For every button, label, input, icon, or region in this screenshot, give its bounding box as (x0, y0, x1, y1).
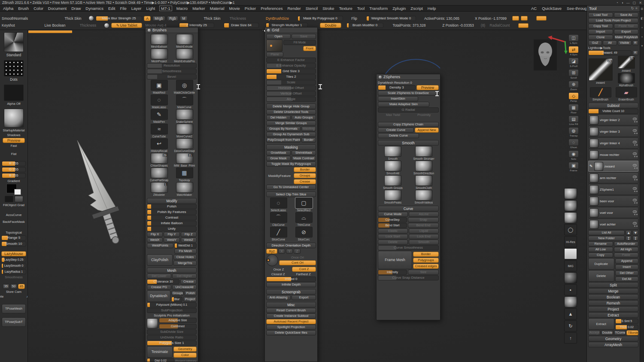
panel-menu-icon[interactable] (379, 76, 382, 79)
open-button[interactable]: Open (266, 34, 291, 39)
edge-icon-2[interactable]: ◧ (641, 17, 644, 20)
frame-mesh-button[interactable]: Frame Mesh (378, 251, 412, 269)
current-alpha-thumb[interactable] (4, 85, 24, 101)
session-timer-icon[interactable]: ◔ (616, 1, 618, 5)
brushes-panel-titlebar[interactable]: Brushes (146, 27, 198, 33)
r-255-slider[interactable]: R 255 (2, 161, 26, 166)
subtool-thumbnail[interactable] (589, 173, 598, 183)
curve-smoothness-slider[interactable]: Curve Smoothness (378, 245, 439, 250)
grid-size-3-slider[interactable]: Grid Size 3 (266, 69, 316, 74)
quickpick-sphere-5[interactable] (564, 296, 577, 307)
weldy-button[interactable]: WeldY (164, 237, 179, 243)
maskrect-thumb[interactable]: ▣ (151, 80, 168, 91)
shdr-arraymesh[interactable]: ArrayMesh (588, 342, 638, 347)
color-button[interactable]: Color (173, 353, 197, 358)
weldx-button[interactable]: WeldX (147, 237, 163, 243)
del-higher-button[interactable]: Del Higher (172, 274, 197, 279)
current-brush-thumb[interactable] (4, 32, 24, 52)
list-all-button[interactable]: List All (588, 230, 625, 235)
maskcirclecente-thumb[interactable]: ◎ (176, 80, 193, 91)
curve-mode-button[interactable]: Curve Mode (378, 212, 408, 217)
bevel-slider[interactable]: Bevel (147, 74, 197, 79)
new-folder-button[interactable]: New Folder (588, 236, 625, 241)
tcorne-button[interactable]: TCorne (614, 330, 626, 335)
smooth-button[interactable]: Smooth (409, 240, 439, 245)
combined-slider[interactable]: Combined (159, 324, 197, 329)
brush-modifier-0-slider[interactable]: Brush Modifier 0 (346, 23, 383, 28)
lock-start-button[interactable]: Lock Start (378, 234, 408, 239)
copy-button[interactable]: Copy (588, 252, 613, 258)
make-adaptive-skin-button[interactable]: Make Adaptive Skin (378, 102, 429, 107)
quickpick-ring[interactable]: ◯ (564, 224, 577, 235)
menu-item[interactable]: M7-1 (160, 6, 172, 11)
group-as-dynamesh-sub-button[interactable]: Group As Dynamesh Sub (266, 132, 316, 137)
grid-image-thumb[interactable] (266, 40, 283, 52)
polygroups-button[interactable]: Polygroups (413, 258, 439, 263)
hdr-screengrab[interactable]: Screengrab (266, 289, 316, 295)
subtool-row-arm-rechter[interactable]: arm rechter (588, 172, 638, 183)
menu-item[interactable]: Marker (192, 6, 205, 11)
adaptive-size-slider[interactable]: Adaptive Size (159, 318, 197, 323)
shelf-indicator-1[interactable] (512, 16, 519, 21)
snakesphere-thumb[interactable] (176, 109, 193, 120)
growmask-button[interactable]: GrowMask (266, 150, 291, 155)
smooth-groups-thumb[interactable] (384, 175, 401, 186)
visible-button[interactable]: Visible (618, 40, 632, 46)
smooth-stronger-thumb[interactable] (415, 146, 432, 157)
tpose-subt-button[interactable]: TPose|SubT (2, 317, 26, 327)
lock-end-button[interactable]: Lock End (409, 234, 439, 239)
quickpick-spiral[interactable]: ↻ (564, 320, 577, 332)
polycount-millions-0-1-slider[interactable]: Polycount (Millions) 0.1 (147, 302, 197, 307)
subtool-thumbnail[interactable] (589, 150, 598, 159)
visibility-eye-icon[interactable] (633, 164, 637, 167)
visibility-eye-icon[interactable] (633, 210, 637, 213)
flip-y-button[interactable]: Flip Y (164, 232, 179, 237)
plane-button[interactable]: Plane (266, 52, 283, 57)
inflate-balloon-slider[interactable]: Inflate Balloon (147, 221, 197, 226)
hdr-mesh[interactable]: Mesh (147, 268, 197, 273)
refresh-icon[interactable]: ↻ (631, 6, 634, 10)
scroll-toggle[interactable]: ⊞Scroll (568, 69, 579, 79)
border-button[interactable]: Border (294, 167, 316, 172)
asline-button[interactable]: AsLine (409, 212, 439, 217)
delete-quicksave-files-button[interactable]: Delete QuickSave files (266, 330, 316, 335)
double-button[interactable]: Double (601, 330, 613, 335)
mask-contrast-button[interactable]: Mask Contrast (292, 156, 316, 161)
liquid-button[interactable]: Liquid (409, 228, 439, 234)
menu-item[interactable]: Document (48, 6, 67, 11)
x-sym-icon[interactable]: ⇄ (568, 46, 579, 53)
smoothdirection-thumb[interactable] (415, 161, 432, 171)
theme-icon[interactable]: ◑ (621, 1, 623, 5)
extract-button[interactable]: Extract (588, 318, 614, 330)
zwaard-thumb[interactable]: 21 (618, 56, 635, 69)
quickpick-cone[interactable]: ▲ (564, 308, 577, 319)
simplebrush-thumb[interactable]: ╱ (590, 87, 611, 97)
import-button[interactable]: Import (588, 29, 613, 34)
groups-by-normals-button[interactable]: Groups By Normals (266, 126, 301, 131)
mergetris-button[interactable]: MergeTris (173, 261, 197, 266)
load-tools-from-project-button[interactable]: Load Tools From Project (588, 18, 638, 23)
vertical-offset-slider[interactable]: Vertical Offset (266, 91, 316, 96)
shdr-split[interactable]: Split (588, 282, 638, 288)
all-high-button[interactable]: All High (614, 247, 639, 252)
panel-menu-icon[interactable] (267, 29, 270, 32)
quickpick-sphere-3[interactable] (564, 212, 577, 223)
subtool-thumbnail[interactable] (589, 127, 598, 136)
shelf-indicator-4[interactable] (518, 23, 529, 28)
subtool-thumbnail[interactable] (589, 197, 598, 206)
clipcurve-thumb[interactable]: ⌒ (270, 212, 287, 223)
zoom-icon[interactable]: ⊕ (568, 81, 579, 88)
insert-button[interactable]: Insert (615, 265, 639, 270)
r-button[interactable]: R (632, 50, 638, 55)
floor-toggle[interactable]: ▦Floor (568, 104, 579, 114)
menu-item[interactable]: File (120, 6, 126, 11)
quickpick-arrow[interactable]: ↑ (564, 332, 577, 344)
visibility-eye-icon[interactable] (633, 222, 637, 225)
visibility-eye-icon[interactable] (633, 129, 637, 132)
append-button[interactable]: Append (615, 259, 639, 264)
solo-icon[interactable]: ◉ (568, 150, 579, 158)
menu-item[interactable]: Render (288, 6, 301, 11)
subtool-row-vinger-linker-3[interactable]: vinger linker 3 (588, 126, 638, 137)
hdr-delete-merge-hide-group[interactable]: Delete Merge Hide Group (266, 103, 316, 109)
hdr-masking[interactable]: Masking (266, 144, 316, 150)
